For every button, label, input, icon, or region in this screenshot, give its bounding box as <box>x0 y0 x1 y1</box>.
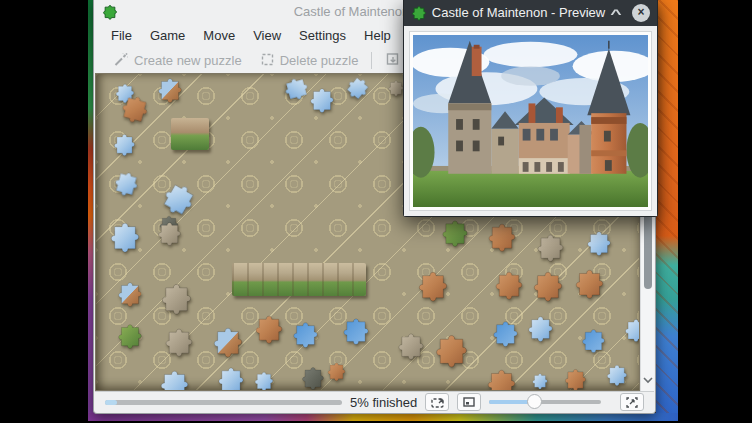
zoom-slider-handle[interactable] <box>527 394 542 409</box>
puzzle-piece-castle[interactable] <box>573 267 606 300</box>
preview-window-title: Castle of Maintenon - Preview <box>430 0 607 26</box>
puzzle-piece-stone[interactable] <box>163 326 195 358</box>
toolbar-label: Delete puzzle <box>280 53 359 68</box>
assembled-piece-group[interactable] <box>232 263 366 296</box>
toolbar-delete-puzzle[interactable]: Delete puzzle <box>251 52 368 70</box>
progress-bar-fill <box>105 400 117 405</box>
puzzle-piece-sky[interactable] <box>158 368 191 391</box>
menu-file[interactable]: File <box>102 24 141 48</box>
menu-view[interactable]: View <box>244 24 290 48</box>
menu-move[interactable]: Move <box>194 24 244 48</box>
magic-wand-icon <box>113 52 129 70</box>
puzzle-piece-stone[interactable] <box>396 331 426 361</box>
puzzle-piece-sky2[interactable] <box>341 316 371 346</box>
puzzle-piece-castle[interactable] <box>486 221 518 253</box>
puzzle-piece-grass[interactable] <box>116 322 144 350</box>
piece-holder-button[interactable] <box>425 393 449 411</box>
menu-help[interactable]: Help <box>355 24 400 48</box>
puzzle-piece-sky[interactable] <box>605 363 629 387</box>
wallpaper-right-strip <box>656 0 678 421</box>
preview-window: Castle of Maintenon - Preview ^ × <box>403 0 658 217</box>
puzzle-piece-castle[interactable] <box>485 367 518 391</box>
fit-to-view-button[interactable] <box>620 393 644 411</box>
puzzle-piece-stone[interactable] <box>156 220 183 247</box>
preview-body <box>404 26 657 216</box>
puzzle-piece-sky[interactable] <box>341 73 375 105</box>
puzzle-piece-sky[interactable] <box>110 167 143 200</box>
puzzle-piece-castle[interactable] <box>326 361 347 382</box>
toolbar-create-new-puzzle[interactable]: Create new puzzle <box>104 52 251 70</box>
assembled-piece-group[interactable] <box>171 118 209 150</box>
puzzle-piece-sky[interactable] <box>623 317 640 343</box>
puzzle-piece-stone[interactable] <box>159 281 194 316</box>
puzzle-piece-sky[interactable] <box>112 132 137 157</box>
wallpaper-bottom-strip <box>88 413 678 421</box>
menu-game[interactable]: Game <box>141 24 194 48</box>
puzzle-piece-grass[interactable] <box>440 218 470 248</box>
status-bar: 5% finished <box>95 391 654 412</box>
puzzle-piece-castle[interactable] <box>493 269 525 301</box>
castle-preview-image <box>413 35 648 207</box>
puzzle-piece-sky[interactable] <box>585 229 613 257</box>
puzzle-piece-sky[interactable] <box>308 86 336 114</box>
puzzle-piece-sky[interactable] <box>531 372 549 390</box>
import-icon <box>385 52 400 70</box>
preview-toggle-button[interactable] <box>457 393 481 411</box>
progress-bar <box>105 400 342 405</box>
puzzle-piece-castle[interactable] <box>253 313 285 345</box>
toolbar-label: Create new puzzle <box>134 53 242 68</box>
puzzle-piece-sky2[interactable] <box>580 327 607 354</box>
shade-button[interactable]: ^ <box>603 0 630 26</box>
zoom-slider[interactable] <box>489 400 601 404</box>
puzzle-piece-castle[interactable] <box>433 332 470 369</box>
puzzle-piece-castle[interactable] <box>531 269 565 303</box>
close-icon[interactable]: × <box>632 4 650 22</box>
puzzle-piece-sky2[interactable] <box>491 319 520 348</box>
preview-titlebar[interactable]: Castle of Maintenon - Preview ^ × <box>404 0 657 26</box>
preview-image-frame <box>409 31 652 211</box>
puzzle-piece-castle[interactable] <box>117 91 154 128</box>
puzzle-piece-skybrick[interactable] <box>116 280 144 308</box>
puzzle-piece-castle[interactable] <box>563 367 588 391</box>
puzzle-piece-stone[interactable] <box>535 232 566 263</box>
puzzle-piece-sky[interactable] <box>216 365 246 391</box>
puzzle-piece-skybrick[interactable] <box>156 76 184 104</box>
puzzle-piece-skybrick[interactable] <box>211 325 245 359</box>
scroll-down-icon[interactable] <box>642 370 654 388</box>
puzzle-piece-castle[interactable] <box>416 269 450 303</box>
puzzle-piece-sky[interactable] <box>253 370 275 391</box>
puzzle-piece-dark[interactable] <box>300 365 326 391</box>
toolbar-separator <box>371 52 372 69</box>
menu-settings[interactable]: Settings <box>290 24 355 48</box>
puzzle-piece-sky2[interactable] <box>291 320 320 349</box>
palapeli-app-icon <box>411 5 427 25</box>
progress-label: 5% finished <box>350 395 417 410</box>
puzzle-piece-sky[interactable] <box>108 220 142 254</box>
delete-puzzle-icon <box>260 52 275 70</box>
puzzle-piece-sky[interactable] <box>526 314 555 343</box>
